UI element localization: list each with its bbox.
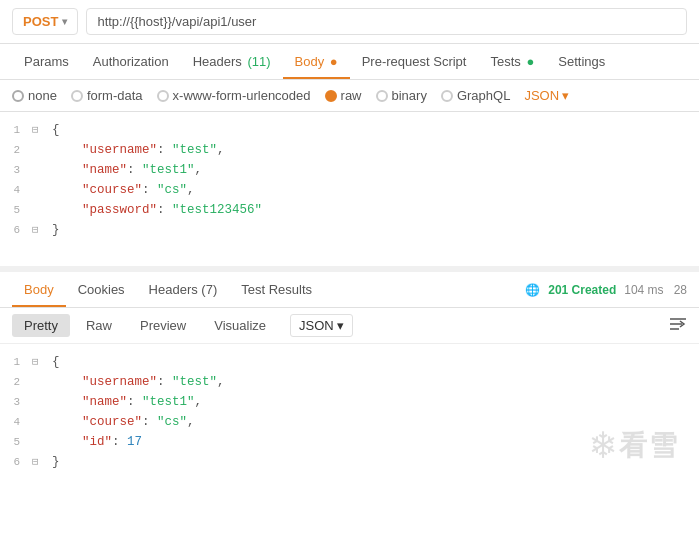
req-line-3: 3 "name": "test1", [0,160,699,180]
tab-prerequest[interactable]: Pre-request Script [350,44,479,79]
format-select[interactable]: JSON ▾ [524,88,569,103]
format-chevron-icon: ▾ [562,88,569,103]
response-meta: 🌐 201 Created 104 ms 28 [525,283,687,297]
body-type-urlencoded[interactable]: x-www-form-urlencoded [157,88,311,103]
req-line-2: 2 "username": "test", [0,140,699,160]
response-tab-testresults[interactable]: Test Results [229,272,324,307]
response-section: Body Cookies Headers (7) Test Results 🌐 … [0,272,699,480]
tab-authorization[interactable]: Authorization [81,44,181,79]
response-tab-headers[interactable]: Headers (7) [137,272,230,307]
tab-tests[interactable]: Tests ● [478,44,546,79]
req-line-6: 6 ⊟ } [0,220,699,240]
radio-graphql-dot [441,90,453,102]
resp-line-1: 1 ⊟ { [0,352,699,372]
response-tabs: Body Cookies Headers (7) Test Results 🌐 … [0,272,699,308]
response-format-select[interactable]: JSON ▾ [290,314,353,337]
format-chevron-icon: ▾ [337,318,344,333]
radio-raw-dot [325,90,337,102]
resp-line-2: 2 "username": "test", [0,372,699,392]
watermark-snowflake: ❄ [591,421,615,470]
url-input[interactable] [86,8,687,35]
response-time: 104 ms 28 [624,283,687,297]
tab-settings[interactable]: Settings [546,44,617,79]
radio-urlencoded-dot [157,90,169,102]
headers-badge: (11) [247,54,270,69]
watermark: ❄ 看雪 [591,421,679,470]
tests-badge: ● [526,54,534,69]
body-type-graphql[interactable]: GraphQL [441,88,510,103]
response-tab-cookies[interactable]: Cookies [66,272,137,307]
response-tab-body[interactable]: Body [12,272,66,307]
url-bar: POST ▾ [0,0,699,44]
req-line-4: 4 "course": "cs", [0,180,699,200]
request-tabs: Params Authorization Headers (11) Body ●… [0,44,699,80]
method-chevron-icon: ▾ [62,16,67,27]
watermark-text: 看雪 [619,427,679,465]
body-type-raw[interactable]: raw [325,88,362,103]
wrap-icon[interactable] [669,317,687,335]
method-select[interactable]: POST ▾ [12,8,78,35]
method-label: POST [23,14,58,29]
body-type-form-data[interactable]: form-data [71,88,143,103]
tab-body[interactable]: Body ● [283,44,350,79]
response-status: 201 Created [548,283,616,297]
radio-none-dot [12,90,24,102]
view-tab-visualize[interactable]: Visualize [202,314,278,337]
req-line-5: 5 "password": "test123456" [0,200,699,220]
body-type-none[interactable]: none [12,88,57,103]
body-badge: ● [330,54,338,69]
view-tabs: Pretty Raw Preview Visualize JSON ▾ [0,308,699,344]
view-tab-raw[interactable]: Raw [74,314,124,337]
radio-binary-dot [376,90,388,102]
request-body-editor[interactable]: 1 ⊟ { 2 "username": "test", 3 "name": "t… [0,112,699,272]
body-type-selector: none form-data x-www-form-urlencoded raw… [0,80,699,112]
tab-headers[interactable]: Headers (11) [181,44,283,79]
tab-params[interactable]: Params [12,44,81,79]
req-line-1: 1 ⊟ { [0,120,699,140]
globe-icon: 🌐 [525,283,540,297]
resp-line-3: 3 "name": "test1", [0,392,699,412]
response-body-viewer: 1 ⊟ { 2 "username": "test", 3 "name": "t… [0,344,699,480]
radio-formdata-dot [71,90,83,102]
view-tab-pretty[interactable]: Pretty [12,314,70,337]
body-type-binary[interactable]: binary [376,88,427,103]
view-tab-preview[interactable]: Preview [128,314,198,337]
